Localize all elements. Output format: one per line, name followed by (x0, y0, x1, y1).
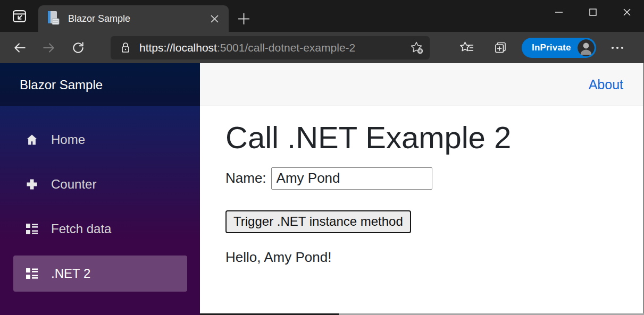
forward-arrow-icon (42, 41, 56, 55)
back-arrow-icon (13, 41, 27, 55)
favorites-button[interactable] (455, 36, 479, 59)
settings-menu-button[interactable] (606, 36, 629, 59)
address-bar[interactable]: https://localhost:5001/call-dotnet-examp… (111, 36, 430, 59)
trigger-method-button[interactable]: Trigger .NET instance method (225, 210, 411, 233)
inprivate-label: InPrivate (532, 42, 571, 53)
refresh-button[interactable] (66, 36, 90, 59)
new-tab-button[interactable] (234, 10, 253, 28)
tab-close-button[interactable] (206, 11, 222, 27)
page-title: Call .NET Example 2 (225, 120, 622, 156)
back-button[interactable] (8, 36, 31, 59)
inprivate-badge[interactable]: InPrivate (522, 38, 596, 58)
close-window-button[interactable] (610, 0, 644, 24)
tab-title: Blazor Sample (68, 13, 206, 24)
lock-icon (120, 41, 131, 54)
sidebar-item-home[interactable]: Home (13, 122, 187, 158)
collections-icon (494, 40, 508, 55)
about-link[interactable]: About (589, 77, 623, 92)
sidebar-item-dotnet-2[interactable]: .NET 2 (13, 256, 187, 292)
forward-button[interactable] (37, 36, 61, 59)
document-icon (47, 11, 61, 27)
name-input[interactable] (271, 167, 432, 190)
plus-icon (26, 178, 38, 191)
sidebar-item-fetch-data[interactable]: Fetch data (13, 211, 187, 247)
sidebar-item-label: Counter (51, 177, 96, 192)
star-plus-icon (410, 41, 424, 55)
sidebar-item-counter[interactable]: Counter (13, 166, 187, 202)
browser-tab[interactable]: Blazor Sample (38, 5, 229, 32)
minimize-button[interactable] (542, 0, 576, 24)
nav-menu: Home Counter (0, 106, 200, 292)
app-brand[interactable]: Blazor Sample (20, 78, 103, 92)
browser-toolbar: https://localhost:5001/call-dotnet-examp… (0, 32, 644, 63)
brand-row: Blazor Sample (0, 63, 200, 106)
list-rich-icon (26, 267, 38, 280)
top-row: About (200, 63, 643, 106)
close-icon (211, 15, 219, 23)
sidebar-item-label: Home (51, 132, 85, 147)
profile-avatar[interactable] (578, 39, 595, 56)
maximize-icon (589, 8, 597, 16)
add-favorite-button[interactable] (407, 38, 426, 57)
browser-window: Blazor Sample (0, 0, 644, 315)
url-secure-part: https://localhost (139, 41, 217, 54)
url-path-part: :5001/call-dotnet-example-2 (217, 41, 355, 54)
main-area: About Call .NET Example 2 Name: Trigger … (200, 63, 644, 315)
minimize-icon (555, 8, 563, 16)
url-text: https://localhost:5001/call-dotnet-examp… (139, 41, 407, 54)
sidebar-item-label: Fetch data (51, 222, 111, 236)
sidebar-item-label: .NET 2 (51, 266, 90, 281)
name-row: Name: (225, 167, 622, 190)
name-label: Name: (225, 170, 266, 186)
page-viewport: Blazor Sample Home (0, 63, 644, 315)
collections-button[interactable] (489, 36, 512, 59)
new-tab-plus-icon (238, 13, 250, 25)
sidebar: Blazor Sample Home (0, 63, 200, 315)
home-icon (26, 133, 38, 146)
refresh-icon (71, 41, 85, 55)
tab-strip: Blazor Sample (0, 0, 644, 32)
list-rich-icon (26, 223, 38, 235)
favorites-star-icon (459, 41, 474, 55)
greeting-text: Hello, Amy Pond! (225, 249, 622, 266)
tab-actions-icon (12, 9, 27, 23)
close-window-icon (623, 8, 631, 16)
ellipsis-icon (611, 46, 624, 49)
tab-actions-menu-button[interactable] (7, 5, 31, 27)
window-controls (542, 0, 644, 24)
content: Call .NET Example 2 Name: Trigger .NET i… (200, 106, 643, 266)
maximize-button[interactable] (576, 0, 610, 24)
